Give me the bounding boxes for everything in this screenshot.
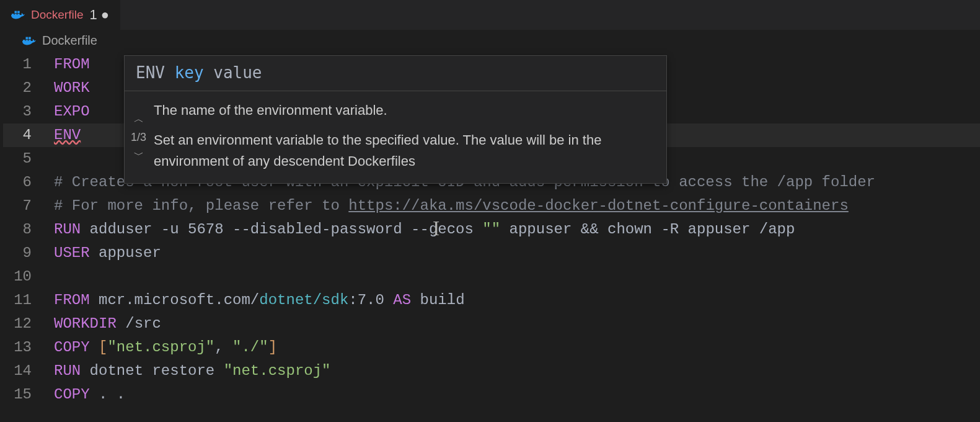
- line-number: 2: [3, 76, 54, 100]
- chevron-down-icon[interactable]: ﹀: [134, 150, 144, 160]
- line-number: 12: [3, 312, 54, 336]
- line-number: 6: [3, 171, 54, 194]
- svg-rect-9: [29, 37, 31, 39]
- svg-rect-3: [15, 11, 17, 14]
- line-number: 13: [3, 336, 54, 359]
- line-number: 14: [3, 359, 54, 383]
- line-number: 11: [3, 289, 54, 312]
- line-number: 1: [3, 53, 54, 76]
- editor[interactable]: ENV key value ︿ 1/3 ﹀ The name of the en…: [0, 53, 980, 406]
- signature-description: The name of the environment variable. Se…: [150, 91, 666, 183]
- svg-rect-8: [26, 37, 29, 39]
- signature-text: ENV key value: [125, 56, 666, 91]
- signature-help-widget: ENV key value ︿ 1/3 ﹀ The name of the en…: [124, 55, 667, 184]
- link[interactable]: https://aka.ms/vscode-docker-dotnet-conf…: [348, 197, 849, 214]
- line-number: 7: [3, 194, 54, 218]
- line-number: 5: [3, 147, 54, 171]
- docker-icon: [22, 35, 36, 47]
- line-number: 15: [3, 383, 54, 406]
- line-number: 9: [3, 241, 54, 265]
- breadcrumb-file: Dockerfile: [42, 34, 97, 48]
- tab-dockerfile[interactable]: Dockerfile 1 ●: [0, 0, 120, 30]
- line-number: 10: [3, 265, 54, 289]
- signature-pager: ︿ 1/3 ﹀: [125, 91, 150, 183]
- breadcrumb[interactable]: Dockerfile: [0, 30, 980, 53]
- docker-icon: [11, 9, 25, 20]
- line-number: 3: [3, 100, 54, 123]
- tab-bar: Dockerfile 1 ●: [0, 0, 980, 30]
- line-number: 8: [3, 218, 54, 241]
- line-number: 4: [3, 123, 54, 147]
- signature-counter: 1/3: [131, 125, 146, 149]
- svg-rect-4: [17, 11, 20, 14]
- tab-title: Dockerfile: [31, 8, 83, 22]
- chevron-up-icon[interactable]: ︿: [134, 114, 144, 124]
